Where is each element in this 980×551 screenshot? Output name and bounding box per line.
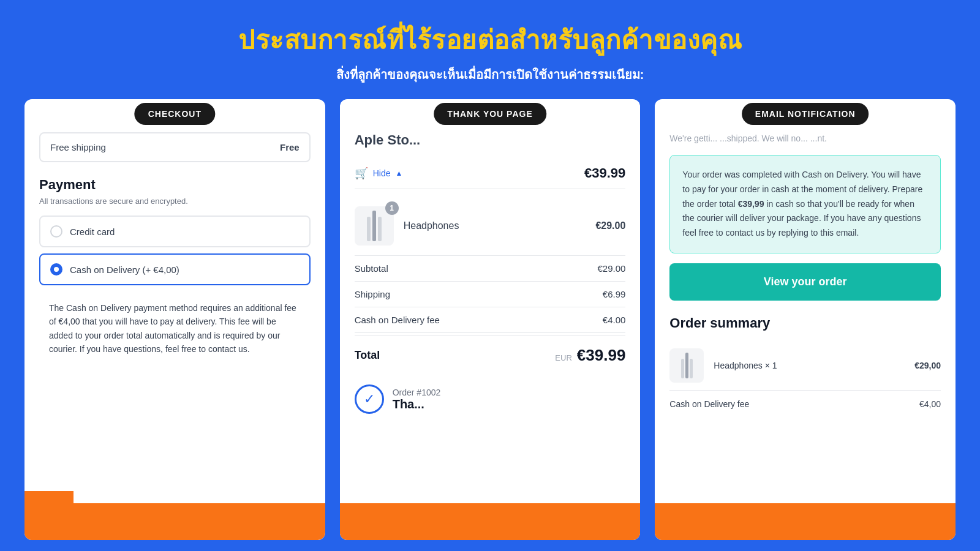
product-thumbnail: 1: [355, 206, 394, 246]
product-row: 1 Headphones €29.00: [355, 197, 626, 256]
cod-fee-label: Cash on Delivery fee: [355, 315, 440, 325]
thank-you-badge-area: THANK YOU PAGE: [355, 114, 626, 120]
order-summary-title: Order summary: [669, 315, 941, 331]
total-amount: €39.99: [577, 346, 626, 365]
cod-radio-inner: [54, 267, 59, 272]
chevron-up-icon: ▲: [395, 169, 402, 178]
email-card-inner: EMAIL NOTIFICATION We're getti... ...shi…: [655, 99, 956, 540]
hide-label[interactable]: Hide: [373, 168, 391, 178]
summary-cod-fee-label: Cash on Delivery fee: [669, 399, 749, 409]
page-title: ประสบการณ์ที่ไร้รอยต่อสำหรับลูกค้าของคุณ: [12, 20, 968, 60]
total-currency: EUR: [555, 353, 571, 362]
cod-label: Cash on Delivery (+ €4,00): [70, 264, 179, 275]
cart-row: 🛒 Hide ▲ €39.99: [355, 158, 626, 189]
payment-subtitle: All transactions are secure and encrypte…: [39, 197, 311, 206]
free-shipping-value: Free: [280, 142, 300, 152]
cart-total: €39.99: [584, 165, 625, 181]
shipping-value: €6.99: [603, 289, 626, 299]
free-shipping-label: Free shipping: [50, 142, 106, 152]
check-icon: ✓: [364, 391, 375, 407]
checkout-card: CHECKOUT Free shipping Free Payment All …: [24, 99, 325, 540]
orange-decoration-left: [24, 491, 74, 540]
order-confirm-row: ✓ Order #1002 Tha...: [355, 375, 626, 424]
subtotal-row: Subtotal €29.00: [355, 256, 626, 282]
checkout-badge: CHECKOUT: [135, 103, 215, 125]
cod-note: The Cash on Delivery payment method requ…: [39, 291, 311, 366]
credit-card-radio[interactable]: [50, 225, 62, 238]
thank-you-card-inner: THANK YOU PAGE Aple Sto... 🛒 Hide ▲ €39.…: [340, 99, 641, 540]
cod-option[interactable]: Cash on Delivery (+ €4,00): [39, 253, 311, 285]
summary-product-price: €29,00: [914, 361, 941, 370]
email-card: EMAIL NOTIFICATION We're getti... ...shi…: [655, 99, 956, 540]
order-info: Order #1002 Tha...: [393, 388, 441, 411]
order-confirm-text: Tha...: [393, 397, 441, 411]
shipping-label: Shipping: [355, 289, 390, 299]
page-header: ประสบการณ์ที่ไร้รอยต่อสำหรับลูกค้าของคุณ…: [0, 0, 980, 99]
summary-product-name: Headphones × 1: [714, 361, 905, 370]
summary-cod-fee-value: €4,00: [919, 399, 941, 409]
cards-container: CHECKOUT Free shipping Free Payment All …: [0, 99, 980, 551]
product-name: Headphones: [404, 220, 586, 231]
page-subtitle: สิ่งที่ลูกค้าของคุณจะเห็นเมื่อมีการเปิดใ…: [12, 65, 968, 84]
total-right: EUR €39.99: [555, 346, 625, 365]
cart-left: 🛒 Hide ▲: [355, 167, 403, 180]
view-order-button[interactable]: View your order: [669, 263, 941, 301]
email-badge-area: EMAIL NOTIFICATION: [669, 114, 941, 120]
summary-cod-fee-row: Cash on Delivery fee €4,00: [669, 391, 941, 418]
total-row: Total EUR €39.99: [355, 335, 626, 375]
cart-icon: 🛒: [355, 167, 368, 180]
check-circle: ✓: [355, 384, 384, 414]
subtotal-label: Subtotal: [355, 263, 388, 274]
thank-you-card: THANK YOU PAGE Aple Sto... 🛒 Hide ▲ €39.…: [340, 99, 641, 540]
free-shipping-row: Free shipping Free: [39, 132, 311, 162]
email-body-text: Your order was completed with Cash on De…: [682, 170, 922, 238]
total-label: Total: [355, 349, 380, 362]
credit-card-label: Credit card: [70, 227, 115, 237]
checkout-badge-area: CHECKOUT: [39, 114, 311, 120]
order-number: Order #1002: [393, 388, 441, 397]
cod-radio[interactable]: [50, 263, 62, 276]
cod-fee-value: €4.00: [603, 315, 626, 325]
shipping-row: Shipping €6.99: [355, 282, 626, 307]
credit-card-option[interactable]: Credit card: [39, 216, 311, 247]
store-name: Aple Sto...: [355, 132, 626, 148]
product-price: €29.00: [595, 220, 625, 231]
email-body-box: Your order was completed with Cash on De…: [669, 155, 941, 253]
summary-product-thumbnail: [669, 348, 704, 383]
summary-product-row: Headphones × 1 €29,00: [669, 341, 941, 391]
checkout-card-inner: CHECKOUT Free shipping Free Payment All …: [24, 99, 325, 540]
subtotal-value: €29.00: [597, 263, 625, 274]
qty-badge: 1: [385, 201, 399, 215]
email-badge: EMAIL NOTIFICATION: [742, 103, 869, 125]
email-header-preview: We're getti... ...shipped. We will no...…: [669, 132, 941, 145]
cod-fee-row: Cash on Delivery fee €4.00: [355, 307, 626, 333]
payment-title: Payment: [39, 177, 311, 193]
thank-you-badge: THANK YOU PAGE: [434, 103, 546, 125]
